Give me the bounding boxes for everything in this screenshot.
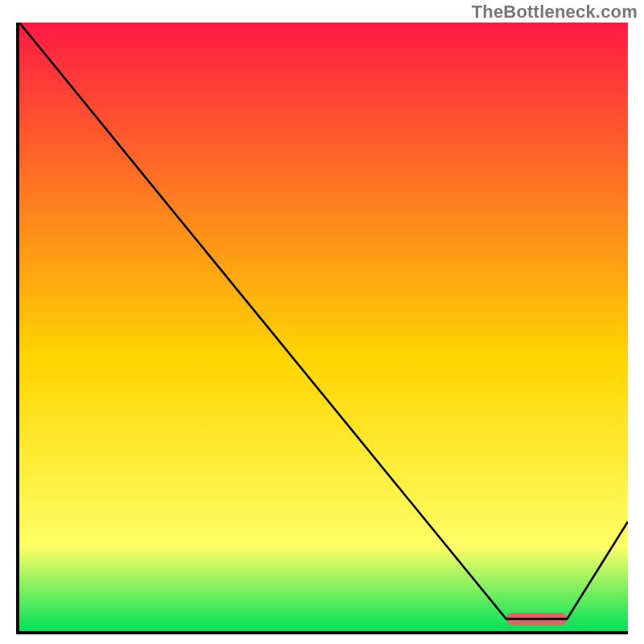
- attribution-label: TheBottleneck.com: [472, 2, 638, 23]
- chart-frame: TheBottleneck.com: [0, 0, 644, 644]
- plot-area: [16, 23, 628, 634]
- gradient-background: [19, 23, 628, 631]
- chart-svg: [19, 23, 628, 631]
